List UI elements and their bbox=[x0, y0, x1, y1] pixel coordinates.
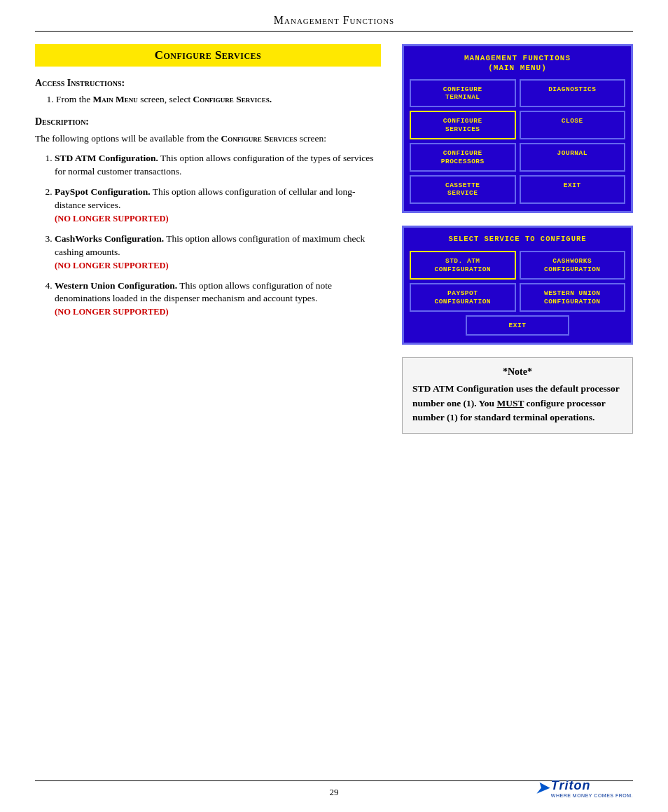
atm-btn-cashworks[interactable]: CASHWORKSCONFIGURATION bbox=[520, 251, 626, 280]
note-must: MUST bbox=[496, 398, 524, 408]
atm-btn-payspot[interactable]: PAYSPOTCONFIGURATION bbox=[410, 283, 516, 312]
option-3-no-longer: (NO LONGER SUPPORTED) bbox=[55, 261, 169, 270]
option-item-3: CashWorks Configuration. This option all… bbox=[55, 233, 381, 273]
atm-screen-2: SELECT SERVICE TO CONFIGURE STD. ATMCONF… bbox=[402, 226, 633, 345]
option-3-title: CashWorks Configuration. bbox=[55, 233, 164, 244]
atm-btn-exit-1[interactable]: EXIT bbox=[520, 175, 626, 204]
options-list: STD ATM Configuration. This option allow… bbox=[35, 152, 381, 319]
triton-wordmark: Triton bbox=[551, 778, 591, 793]
section-title-bar: Configure Services bbox=[35, 44, 381, 67]
note-box: *Note* STD ATM Configuration uses the de… bbox=[402, 357, 633, 434]
section-title: Configure Services bbox=[155, 48, 262, 62]
option-1-title: STD ATM Configuration. bbox=[55, 153, 158, 163]
note-title: *Note* bbox=[412, 366, 622, 378]
triton-tagline: WHERE MONEY COMES FROM. bbox=[551, 793, 633, 798]
page-title: Management Functions bbox=[35, 14, 633, 27]
main-menu-ref: Main Menu bbox=[93, 94, 138, 104]
description-heading: Description: bbox=[35, 116, 381, 128]
option-2-no-longer: (NO LONGER SUPPORTED) bbox=[55, 214, 169, 223]
triton-swoosh-icon: ➤ bbox=[536, 779, 548, 797]
access-instructions-heading: Access Instructions: bbox=[35, 78, 381, 89]
page-header: Management Functions bbox=[35, 14, 633, 32]
page: Management Functions Configure Services … bbox=[0, 0, 668, 812]
instructions-list: From the Main Menu screen, select Config… bbox=[35, 93, 381, 106]
atm-btn-close[interactable]: CLOSE bbox=[520, 111, 626, 139]
atm-btn-cassette-service[interactable]: CASSETTESERVICE bbox=[410, 175, 516, 204]
atm-screen-2-buttons: STD. ATMCONFIGURATION CASHWORKSCONFIGURA… bbox=[410, 251, 625, 312]
atm-screen-1-title: MANAGEMENT FUNCTIONS (MAIN MENU) bbox=[410, 53, 625, 74]
option-4-title: Western Union Configuration. bbox=[55, 280, 177, 291]
right-column: MANAGEMENT FUNCTIONS (MAIN MENU) CONFIGU… bbox=[402, 44, 633, 434]
option-item-2: PaySpot Configuration. This option allow… bbox=[55, 186, 381, 226]
option-4-no-longer: (NO LONGER SUPPORTED) bbox=[55, 307, 169, 317]
atm-btn-diagnostics[interactable]: DIAGNOSTICS bbox=[520, 79, 626, 108]
page-footer: 29 ➤ Triton WHERE MONEY COMES FROM. bbox=[35, 780, 633, 798]
note-text: STD ATM Configuration uses the default p… bbox=[412, 382, 622, 425]
option-2-title: PaySpot Configuration. bbox=[55, 186, 151, 197]
option-item-1: STD ATM Configuration. This option allow… bbox=[55, 152, 381, 179]
main-layout: Configure Services Access Instructions: … bbox=[35, 44, 633, 434]
configure-services-ref: Configure Ser­vices. bbox=[193, 94, 272, 104]
atm-screen-2-title: SELECT SERVICE TO CONFIGURE bbox=[410, 235, 625, 245]
atm-btn-journal[interactable]: JOURNAL bbox=[520, 143, 626, 172]
atm-screen-1: MANAGEMENT FUNCTIONS (MAIN MENU) CONFIGU… bbox=[402, 44, 633, 213]
description-text: The following options will be available … bbox=[35, 132, 381, 146]
atm-screen-1-buttons: CONFIGURETERMINAL DIAGNOSTICS CONFIGURES… bbox=[410, 79, 625, 204]
atm-btn-western-union[interactable]: WESTERN UNIONCONFIGURATION bbox=[520, 283, 626, 312]
atm-btn-configure-terminal[interactable]: CONFIGURETERMINAL bbox=[410, 79, 516, 108]
configure-services-inline: Configure Services bbox=[221, 133, 297, 144]
triton-logo: ➤ Triton WHERE MONEY COMES FROM. bbox=[536, 778, 633, 798]
left-column: Configure Services Access Instructions: … bbox=[35, 44, 381, 326]
instruction-item-1: From the Main Menu screen, select Config… bbox=[56, 93, 381, 106]
atm-btn-configure-processors[interactable]: CONFIGUREPROCESSORS bbox=[410, 143, 516, 172]
atm-btn-exit-2[interactable]: EXIT bbox=[466, 315, 569, 336]
option-item-4: Western Union Configuration. This option… bbox=[55, 280, 381, 319]
atm-exit-row: EXIT bbox=[410, 315, 625, 336]
atm-btn-configure-services[interactable]: CONFIGURESERVICES bbox=[410, 111, 516, 139]
atm-btn-std-atm[interactable]: STD. ATMCONFIGURATION bbox=[410, 251, 516, 280]
